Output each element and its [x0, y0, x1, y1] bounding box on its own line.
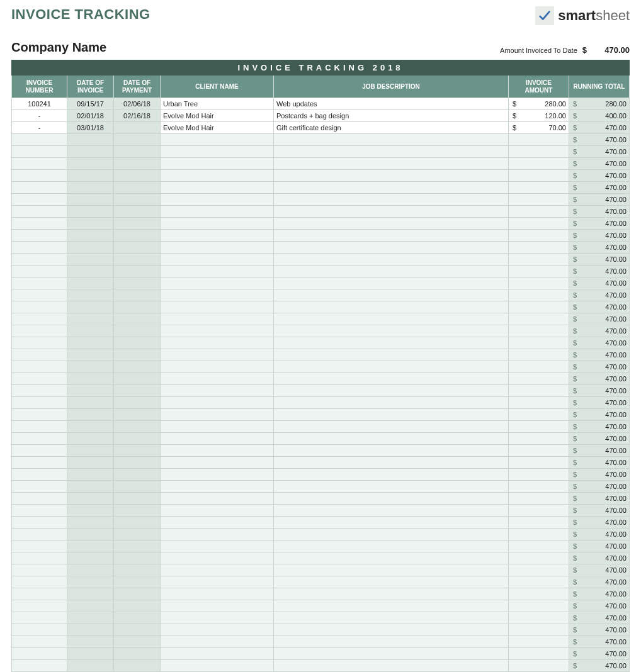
table-row[interactable]: $470.00 — [12, 588, 630, 600]
cell-client-name[interactable] — [161, 648, 274, 660]
cell-invoice-amount[interactable] — [508, 457, 569, 469]
table-row[interactable]: $470.00 — [12, 134, 630, 146]
cell-date-of-payment[interactable] — [114, 481, 161, 493]
table-row[interactable]: $470.00 — [12, 361, 630, 373]
cell-invoice-amount[interactable] — [508, 277, 569, 289]
cell-job-description[interactable] — [274, 481, 509, 493]
cell-date-of-payment[interactable] — [114, 254, 161, 266]
cell-client-name[interactable] — [161, 540, 274, 552]
cell-client-name[interactable] — [161, 301, 274, 313]
cell-invoice-amount[interactable] — [508, 230, 569, 242]
cell-invoice-amount[interactable]: $280.00 — [508, 98, 569, 110]
cell-client-name[interactable] — [161, 266, 274, 277]
table-row[interactable]: $470.00 — [12, 206, 630, 218]
cell-invoice-amount[interactable] — [508, 421, 569, 433]
cell-invoice-number[interactable] — [12, 361, 67, 373]
cell-date-of-invoice[interactable]: 03/01/18 — [67, 122, 114, 134]
cell-invoice-number[interactable] — [12, 481, 67, 493]
cell-date-of-invoice[interactable]: 02/01/18 — [67, 110, 114, 122]
cell-date-of-invoice[interactable] — [67, 457, 114, 469]
cell-client-name[interactable] — [161, 588, 274, 600]
cell-invoice-number[interactable] — [12, 433, 67, 445]
table-row[interactable]: $470.00 — [12, 564, 630, 576]
cell-date-of-invoice[interactable] — [67, 588, 114, 600]
cell-date-of-invoice[interactable] — [67, 421, 114, 433]
cell-job-description[interactable] — [274, 540, 509, 552]
cell-date-of-invoice[interactable] — [67, 493, 114, 505]
cell-job-description[interactable] — [274, 242, 509, 254]
cell-date-of-payment[interactable] — [114, 648, 161, 660]
cell-job-description[interactable] — [274, 254, 509, 266]
cell-invoice-number[interactable] — [12, 373, 67, 385]
cell-client-name[interactable] — [161, 134, 274, 146]
table-row[interactable]: $470.00 — [12, 313, 630, 325]
cell-job-description[interactable] — [274, 385, 509, 397]
cell-client-name[interactable] — [161, 552, 274, 564]
cell-invoice-amount[interactable] — [508, 445, 569, 457]
cell-date-of-invoice[interactable] — [67, 337, 114, 349]
cell-date-of-invoice[interactable] — [67, 505, 114, 517]
cell-date-of-payment[interactable] — [114, 289, 161, 301]
cell-date-of-payment[interactable] — [114, 349, 161, 361]
cell-client-name[interactable] — [161, 433, 274, 445]
cell-client-name[interactable] — [161, 254, 274, 266]
cell-invoice-amount[interactable] — [508, 493, 569, 505]
cell-invoice-number[interactable] — [12, 576, 67, 588]
cell-job-description[interactable] — [274, 170, 509, 182]
cell-date-of-payment[interactable] — [114, 469, 161, 481]
cell-job-description[interactable] — [274, 588, 509, 600]
cell-date-of-invoice[interactable] — [67, 600, 114, 612]
cell-job-description[interactable] — [274, 349, 509, 361]
table-row[interactable]: $470.00 — [12, 624, 630, 636]
cell-invoice-amount[interactable] — [508, 182, 569, 194]
cell-date-of-invoice[interactable] — [67, 433, 114, 445]
cell-job-description[interactable] — [274, 337, 509, 349]
table-row[interactable]: $470.00 — [12, 433, 630, 445]
table-row[interactable]: $470.00 — [12, 158, 630, 170]
cell-date-of-payment[interactable] — [114, 660, 161, 672]
cell-date-of-payment[interactable] — [114, 600, 161, 612]
cell-client-name[interactable] — [161, 146, 274, 158]
cell-invoice-amount[interactable] — [508, 481, 569, 493]
cell-date-of-payment[interactable] — [114, 373, 161, 385]
cell-date-of-payment[interactable] — [114, 540, 161, 552]
table-row[interactable]: $470.00 — [12, 576, 630, 588]
table-row[interactable]: $470.00 — [12, 301, 630, 313]
cell-invoice-amount[interactable] — [508, 517, 569, 529]
cell-invoice-number[interactable] — [12, 301, 67, 313]
table-row[interactable]: $470.00 — [12, 373, 630, 385]
cell-date-of-payment[interactable] — [114, 445, 161, 457]
cell-client-name[interactable] — [161, 158, 274, 170]
table-row[interactable]: $470.00 — [12, 648, 630, 660]
cell-date-of-invoice[interactable] — [67, 517, 114, 529]
cell-invoice-number[interactable] — [12, 134, 67, 146]
cell-invoice-number[interactable] — [12, 158, 67, 170]
cell-job-description[interactable] — [274, 373, 509, 385]
table-row[interactable]: $470.00 — [12, 636, 630, 648]
cell-date-of-payment[interactable] — [114, 552, 161, 564]
cell-invoice-amount[interactable] — [508, 648, 569, 660]
table-row[interactable]: $470.00 — [12, 194, 630, 206]
cell-date-of-invoice[interactable] — [67, 361, 114, 373]
table-row[interactable]: $470.00 — [12, 218, 630, 230]
cell-invoice-amount[interactable] — [508, 397, 569, 409]
cell-client-name[interactable] — [161, 277, 274, 289]
cell-invoice-amount[interactable] — [508, 433, 569, 445]
cell-client-name[interactable] — [161, 361, 274, 373]
table-row[interactable]: $470.00 — [12, 445, 630, 457]
cell-invoice-number[interactable] — [12, 517, 67, 529]
cell-date-of-payment[interactable] — [114, 564, 161, 576]
cell-invoice-number[interactable] — [12, 648, 67, 660]
table-row[interactable]: $470.00 — [12, 182, 630, 194]
table-row[interactable]: $470.00 — [12, 349, 630, 361]
cell-date-of-payment[interactable]: 02/16/18 — [114, 110, 161, 122]
cell-invoice-number[interactable] — [12, 397, 67, 409]
cell-invoice-number[interactable] — [12, 337, 67, 349]
cell-invoice-number[interactable] — [12, 146, 67, 158]
cell-job-description[interactable] — [274, 313, 509, 325]
cell-invoice-amount[interactable] — [508, 540, 569, 552]
cell-client-name[interactable] — [161, 612, 274, 624]
cell-date-of-invoice[interactable] — [67, 660, 114, 672]
cell-date-of-invoice[interactable] — [67, 397, 114, 409]
table-row[interactable]: $470.00 — [12, 469, 630, 481]
